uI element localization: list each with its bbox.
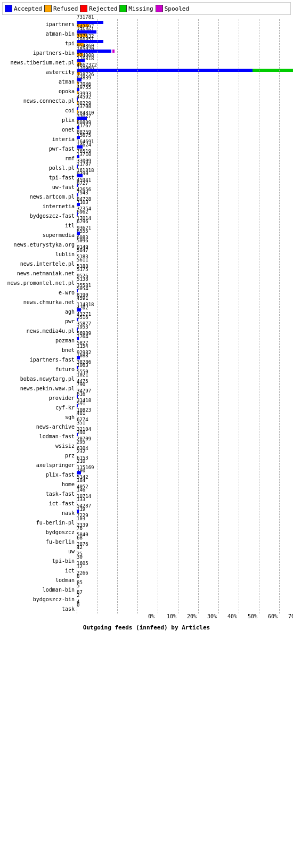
bars: 8080915675 xyxy=(77,126,279,133)
table-row: supermedia936215096 xyxy=(2,230,291,240)
bar-area: 737532185020 xyxy=(77,38,291,48)
bars: 323546796 xyxy=(77,212,279,219)
table-row: coi3822933027 xyxy=(2,105,291,115)
bars: 115169184 xyxy=(77,471,279,478)
row-label: atman xyxy=(2,79,77,85)
bar-value-top: 10823 xyxy=(77,407,91,413)
bars: 20709232 xyxy=(77,443,279,449)
bar-value-top: 33993 xyxy=(77,91,91,96)
legend-item: Missing xyxy=(119,5,153,12)
row-label: plix xyxy=(2,117,77,123)
bars: 1143183516 xyxy=(77,308,279,315)
table-row: rmf7651911787 xyxy=(2,153,291,163)
bar-area: 486737293839 xyxy=(77,67,291,77)
bar-area: 1143183516 xyxy=(77,307,291,316)
rows-wrapper: ipartners731781336461atman-bin5426972868… xyxy=(2,19,291,613)
table-row: tpi-bin2512 xyxy=(2,556,291,566)
row-label: wsisiz xyxy=(2,443,77,449)
table-row: tpi-fast1618188727 xyxy=(2,173,291,182)
bar-value-top: 4 xyxy=(77,599,79,604)
bars: 4 xyxy=(77,605,279,612)
bar-area: 382861021 xyxy=(77,364,291,374)
bars: 13872649755 xyxy=(77,78,279,85)
bar-value-top: 4867372 xyxy=(77,62,97,68)
bars: 5142146 xyxy=(77,481,279,487)
bar-value-top: 5183 xyxy=(77,254,88,259)
row-label: onet xyxy=(2,127,77,133)
bar-area: 287630 xyxy=(77,546,291,556)
row-label: news.chmurka.net xyxy=(2,299,77,305)
table-row: pwr432711953 xyxy=(2,316,291,326)
bar-area: 6153200 xyxy=(77,460,291,470)
legend-color-box xyxy=(80,5,87,12)
table-row: news.intertele.pl51835175 xyxy=(2,259,291,268)
legend-color-box xyxy=(119,5,127,12)
row-label: ipartners-fast xyxy=(2,357,77,363)
bar-value-top: 6304 xyxy=(77,446,88,451)
bar-area: 330099390 xyxy=(77,163,291,173)
bar-value-top: 31418 xyxy=(77,398,91,403)
bar-value-top: 10714 xyxy=(77,494,91,499)
bars: 32104295 xyxy=(77,433,279,439)
table-row: prz6304210 xyxy=(2,451,291,460)
table-row: lodman22665 xyxy=(2,575,291,585)
bar-area: 10823351 xyxy=(77,412,291,422)
table-row: news.eturystyka.org60835847 xyxy=(2,240,291,249)
bar-area: 870 xyxy=(77,594,291,604)
bar-value-top: 32104 xyxy=(77,427,91,432)
bars: 5550790 xyxy=(77,375,279,382)
row-label: rmf xyxy=(2,155,77,161)
bars: 929821063 xyxy=(77,356,279,363)
bar-value-top: 17014 xyxy=(77,216,91,221)
bars: 10823351 xyxy=(77,414,279,420)
table-row: task4 xyxy=(2,604,291,613)
row-label: provider xyxy=(2,395,77,401)
row-label: supermedia xyxy=(2,232,77,238)
table-row: bnet58271088 xyxy=(2,345,291,355)
bars: 737532185020 xyxy=(77,40,279,46)
bar-area: 60835847 xyxy=(77,240,291,249)
bar-value-top: 138726 xyxy=(77,72,94,77)
bars: 170146555 xyxy=(77,222,279,228)
bar-value-top: 54287 xyxy=(77,503,91,509)
table-row: lodman-bin852 xyxy=(2,585,291,594)
bar-area: 224008120968 xyxy=(77,58,291,67)
table-row: fu-berlin584042 xyxy=(2,537,291,546)
bar-area: 8825914624 xyxy=(77,134,291,144)
bars: 28481031767 xyxy=(77,117,279,123)
row-label: fu-berlin xyxy=(2,539,77,545)
chart-title: Outgoing feeds (innfeed) by Articles xyxy=(2,624,291,631)
bar-value-top: 115169 xyxy=(77,465,94,470)
bars: 2512 xyxy=(77,558,279,564)
row-label: axelspringer xyxy=(2,462,77,468)
row-label: task-fast xyxy=(2,491,77,497)
row-label: pwr-fast xyxy=(2,146,77,152)
row-label: bydgoszcz-bin xyxy=(2,596,77,602)
row-label: futuro xyxy=(2,366,77,372)
table-row: interia8825914624 xyxy=(2,134,291,144)
bar-value-top: 92982 xyxy=(77,350,91,355)
bar-area: 355814591 xyxy=(77,288,291,297)
bar-area: 115169184 xyxy=(77,470,291,479)
bar-area: 5550790 xyxy=(77,374,291,383)
row-label: plix-fast xyxy=(2,472,77,478)
bars: 722976 xyxy=(77,519,279,526)
row-label: prz xyxy=(2,453,77,458)
bar-area: 34797591 xyxy=(77,393,291,403)
row-label: opoka xyxy=(2,88,77,94)
bar-value-top: 6083 xyxy=(77,235,88,240)
bar-value-top: 6153 xyxy=(77,455,88,461)
bar-value-top: 34797 xyxy=(77,388,91,394)
row-label: home xyxy=(2,481,77,487)
bars: 432711953 xyxy=(77,318,279,324)
bar-area: 852 xyxy=(77,585,291,594)
bar-area: 51885138 xyxy=(77,268,291,278)
bar-area: 3822933027 xyxy=(77,105,291,115)
table-row: task-fast4052133 xyxy=(2,489,291,498)
bar-area: 2512 xyxy=(77,556,291,566)
bars: 954860176818 xyxy=(77,50,279,56)
table-row: plix28481031767 xyxy=(2,115,291,125)
bar-area: 170146555 xyxy=(77,220,291,230)
bars: 936215096 xyxy=(77,232,279,238)
bars: 6274340 xyxy=(77,423,279,430)
